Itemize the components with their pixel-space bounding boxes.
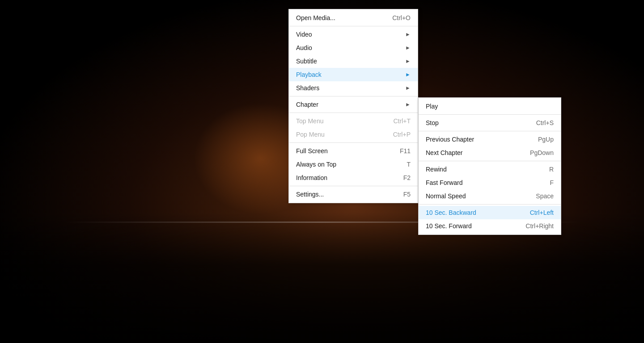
menu-item-chapter[interactable]: Chapter ►: [289, 98, 418, 111]
submenu-item-10sec-backward[interactable]: 10 Sec. Backward Ctrl+Left: [419, 206, 561, 219]
menu-item-subtitle[interactable]: Subtitle ►: [289, 54, 418, 68]
submenu-arrow-icon: ►: [405, 31, 411, 38]
separator: [419, 131, 561, 131]
separator: [289, 113, 418, 113]
separator: [419, 114, 561, 115]
submenu-item-normal-speed[interactable]: Normal Speed Space: [419, 189, 561, 203]
submenu-item-stop[interactable]: Stop Ctrl+S: [419, 116, 561, 130]
menu-item-pop-menu[interactable]: Pop Menu Ctrl+P: [289, 128, 418, 141]
submenu-item-rewind[interactable]: Rewind R: [419, 163, 561, 176]
separator: [419, 161, 561, 161]
menu-item-information[interactable]: Information F2: [289, 171, 418, 184]
submenu-arrow-icon: ►: [405, 85, 411, 91]
menu-item-top-menu[interactable]: Top Menu Ctrl+T: [289, 114, 418, 128]
submenu-arrow-icon: ►: [405, 58, 411, 64]
menu-item-full-screen[interactable]: Full Screen F11: [289, 144, 418, 158]
menu-item-always-on-top[interactable]: Always on Top T: [289, 158, 418, 171]
submenu-item-play[interactable]: Play: [419, 100, 561, 113]
submenu-item-previous-chapter[interactable]: Previous Chapter PgUp: [419, 133, 561, 146]
separator: [289, 186, 418, 186]
submenu-arrow-icon: ►: [405, 45, 411, 51]
menu-item-shaders[interactable]: Shaders ►: [289, 81, 418, 95]
main-menu: Open Media... Ctrl+O Video ► Audio ► Sub…: [288, 9, 418, 203]
playback-submenu: Play Stop Ctrl+S Previous Chapter PgUp N…: [418, 97, 561, 235]
submenu-arrow-icon: ►: [405, 101, 411, 108]
menu-item-video[interactable]: Video ►: [289, 28, 418, 41]
submenu-item-10sec-forward[interactable]: 10 Sec. Forward Ctrl+Right: [419, 219, 561, 233]
menu-item-playback[interactable]: Playback ►: [289, 68, 418, 81]
menu-container: Open Media... Ctrl+O Video ► Audio ► Sub…: [288, 9, 561, 203]
menu-item-settings[interactable]: Settings... F5: [289, 188, 418, 201]
menu-item-open-media[interactable]: Open Media... Ctrl+O: [289, 11, 418, 25]
submenu-item-fast-forward[interactable]: Fast Forward F: [419, 176, 561, 189]
separator: [289, 142, 418, 143]
separator: [289, 96, 418, 96]
submenu-arrow-icon: ►: [405, 71, 411, 78]
menu-item-audio[interactable]: Audio ►: [289, 41, 418, 54]
separator: [289, 26, 418, 26]
separator: [419, 204, 561, 205]
submenu-item-next-chapter[interactable]: Next Chapter PgDown: [419, 146, 561, 159]
